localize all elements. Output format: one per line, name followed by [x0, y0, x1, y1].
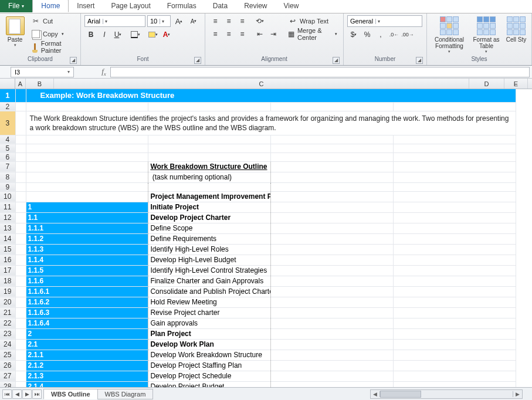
col-C[interactable]: C — [54, 79, 469, 89]
number-format-combo[interactable]: General▾ — [347, 15, 422, 27]
wbs-task: Identify High-Level Control Strategies — [148, 265, 271, 276]
chevron-down-icon: ▾ — [22, 4, 24, 9]
format-as-table-button[interactable]: Format as Table▾ — [470, 15, 502, 54]
dialog-launcher-icon[interactable]: ◢ — [333, 57, 340, 64]
row-header[interactable]: 3 — [0, 111, 15, 135]
next-sheet-button[interactable]: ▶ — [22, 389, 32, 399]
worksheet-grid[interactable]: A B C D E 1Example: Work Breakdown Struc… — [0, 79, 532, 387]
col-A[interactable]: A — [15, 79, 26, 89]
col-E[interactable]: E — [504, 79, 528, 89]
percent-button[interactable]: % — [361, 29, 374, 40]
tab-insert[interactable]: Insert — [69, 0, 103, 12]
grow-font-button[interactable]: A▴ — [172, 15, 185, 27]
sheet-tab-wbs-outline[interactable]: WBS Outline — [43, 389, 98, 399]
row-header[interactable]: 26 — [0, 360, 15, 371]
paste-button[interactable]: Paste▾ — [4, 15, 26, 54]
align-middle-button[interactable]: ≡ — [222, 15, 235, 27]
last-sheet-button[interactable]: ⏭ — [32, 389, 42, 399]
row-header[interactable]: 16 — [0, 255, 15, 265]
bold-button[interactable]: B — [84, 29, 97, 40]
font-size-combo[interactable]: 10▾ — [147, 15, 171, 27]
row-header[interactable]: 7 — [0, 161, 15, 172]
decrease-decimal-button[interactable]: .00→ — [401, 29, 414, 40]
prev-sheet-button[interactable]: ◀ — [12, 389, 22, 399]
row-header[interactable]: 23 — [0, 328, 15, 339]
border-button[interactable]: ▾ — [129, 29, 142, 40]
row-header[interactable]: 27 — [0, 371, 15, 381]
wrap-text-button[interactable]: ↩Wrap Text — [286, 15, 340, 27]
align-bottom-button[interactable]: ≡ — [236, 15, 249, 27]
fx-icon[interactable] — [97, 67, 110, 77]
row-header[interactable]: 20 — [0, 297, 15, 307]
tab-formulas[interactable]: Formulas — [159, 0, 205, 12]
align-top-button[interactable]: ≡ — [209, 15, 222, 27]
row-header[interactable]: 28 — [0, 381, 15, 387]
row-header[interactable]: 12 — [0, 212, 15, 223]
font-name-combo[interactable]: Arial▾ — [84, 15, 145, 27]
fill-color-button[interactable]: ▾ — [147, 29, 160, 40]
row-header[interactable]: 11 — [0, 202, 15, 212]
tab-page-layout[interactable]: Page Layout — [103, 0, 158, 12]
row-header[interactable]: 5 — [0, 144, 15, 152]
align-right-button[interactable]: ≡ — [236, 28, 249, 40]
align-left-button[interactable]: ≡ — [209, 28, 222, 40]
scroll-left-icon[interactable]: ◀ — [371, 391, 380, 397]
row-header[interactable]: 4 — [0, 135, 15, 144]
cut-button[interactable]: ✂Cut — [29, 15, 77, 27]
row-header[interactable]: 10 — [0, 191, 15, 202]
dialog-launcher-icon[interactable]: ◢ — [70, 57, 77, 64]
row-header[interactable]: 9 — [0, 182, 15, 191]
select-all-corner[interactable] — [0, 79, 15, 89]
copy-button[interactable]: Copy▾ — [29, 28, 77, 40]
tab-home[interactable]: Home — [32, 0, 69, 12]
row-header[interactable]: 13 — [0, 223, 15, 233]
row-header[interactable]: 2 — [0, 102, 15, 111]
row-header[interactable]: 14 — [0, 233, 15, 244]
merge-center-button[interactable]: ▦Merge & Center▾ — [286, 28, 340, 40]
tab-data[interactable]: Data — [205, 0, 236, 12]
tab-view[interactable]: View — [276, 0, 307, 12]
table-icon — [477, 16, 496, 35]
sheet-tab-wbs-diagram[interactable]: WBS Diagram — [97, 389, 154, 399]
accounting-button[interactable]: $▾ — [347, 29, 360, 40]
increase-decimal-button[interactable]: .0← — [388, 29, 401, 40]
formula-input[interactable] — [110, 67, 530, 77]
row-header[interactable]: 22 — [0, 318, 15, 328]
row-header[interactable]: 19 — [0, 286, 15, 297]
col-D[interactable]: D — [469, 79, 504, 89]
dialog-launcher-icon[interactable]: ◢ — [416, 57, 423, 64]
align-center-button[interactable]: ≡ — [222, 28, 235, 40]
row-header[interactable]: 24 — [0, 339, 15, 350]
conditional-formatting-button[interactable]: Conditional Formatting▾ — [431, 15, 468, 54]
row-header[interactable]: 18 — [0, 276, 15, 286]
row-header[interactable]: 17 — [0, 265, 15, 276]
align-bottom-icon: ≡ — [240, 17, 244, 25]
sheet-tab-bar: ⏮ ◀ ▶ ⏭ WBS Outline WBS Diagram ◀ ▶ — [0, 387, 532, 400]
shrink-font-button[interactable]: A▾ — [187, 15, 200, 27]
scroll-thumb[interactable] — [380, 391, 421, 398]
file-tab[interactable]: File▾ — [0, 0, 32, 12]
row-header[interactable]: 1 — [0, 89, 15, 102]
col-B[interactable]: B — [26, 79, 54, 89]
scroll-right-icon[interactable]: ▶ — [513, 391, 522, 397]
row-header[interactable]: 25 — [0, 350, 15, 360]
comma-button[interactable]: , — [374, 29, 387, 40]
increase-indent-button[interactable]: ⇥ — [267, 28, 280, 40]
orientation-button[interactable]: ⟲▾ — [253, 15, 266, 27]
tab-review[interactable]: Review — [236, 0, 275, 12]
decrease-indent-button[interactable]: ⇤ — [253, 28, 266, 40]
name-box[interactable]: I3▾ — [11, 67, 74, 77]
first-sheet-button[interactable]: ⏮ — [2, 389, 12, 399]
row-header[interactable]: 15 — [0, 244, 15, 255]
cell-styles-button[interactable]: Cell Sty — [504, 15, 528, 54]
row-header[interactable]: 8 — [0, 172, 15, 182]
underline-button[interactable]: U▾ — [111, 29, 124, 40]
cells[interactable]: 1Example: Work Breakdown Structure23The … — [0, 89, 516, 387]
dialog-launcher-icon[interactable]: ◢ — [194, 57, 201, 64]
horizontal-scr\ollbar[interactable]: ◀ ▶ — [370, 389, 523, 399]
font-color-button[interactable]: A▾ — [160, 29, 173, 40]
format-painter-button[interactable]: Format Painter — [29, 41, 77, 53]
italic-button[interactable]: I — [98, 29, 111, 40]
row-header[interactable]: 6 — [0, 152, 15, 161]
row-header[interactable]: 21 — [0, 307, 15, 318]
